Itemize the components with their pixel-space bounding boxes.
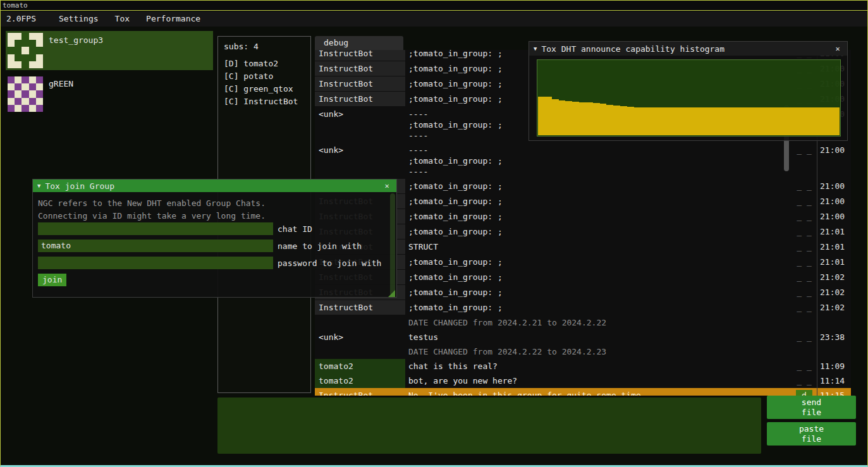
app-window: tomato 2.0FPS SettingsToxPerformance tes… [0, 0, 868, 467]
chat-id-input[interactable] [38, 222, 273, 235]
menu-item-performance[interactable]: Performance [138, 11, 209, 27]
histogram-bar [661, 107, 668, 135]
histogram-bar [634, 107, 641, 135]
date-separator-text: DATE CHANGED from 2024.2.21 to 2024.2.22 [405, 315, 792, 330]
collapse-arrow-icon[interactable]: ▼ [534, 45, 537, 52]
message-row[interactable]: tomato2bot, are you new here?_ _11:14 [315, 373, 851, 388]
subs-count: subs: 4 [224, 41, 305, 52]
histogram-plot [537, 59, 841, 136]
identicon-cell [15, 76, 21, 83]
identicon-cell [29, 76, 36, 83]
delivered-badge: d [796, 390, 812, 396]
histogram-bar [695, 107, 702, 135]
close-icon[interactable]: ✕ [382, 181, 392, 190]
identicon-cell [21, 98, 28, 105]
message-text: ;tomato_in_group: ; [405, 300, 792, 315]
join-button[interactable]: join [38, 274, 66, 286]
close-icon[interactable]: ✕ [833, 44, 843, 53]
histogram-bar [785, 107, 792, 135]
identicon-cell [21, 105, 28, 112]
message-row[interactable]: tomato2chat is this real?_ _11:09 [315, 359, 851, 373]
identicon-cell [29, 33, 36, 40]
identicon-cell [21, 83, 28, 90]
join-name-input[interactable]: tomato [38, 240, 273, 252]
identicon-cell [36, 54, 43, 61]
dht-histogram-titlebar[interactable]: ▼ Tox DHT announce capability histogram … [529, 42, 847, 56]
date-separator-row[interactable]: DATE CHANGED from 2024.2.22 to 2024.2.23 [315, 344, 851, 359]
member-item[interactable]: [C] green_qtox [224, 83, 305, 95]
join-group-titlebar[interactable]: ▼ Tox join Group ✕ [33, 179, 396, 192]
member-item[interactable]: [C] InstructBot [224, 95, 305, 108]
identicon-cell [29, 61, 36, 68]
histogram-bar [723, 107, 730, 135]
identicon-cell [8, 98, 15, 105]
message-time: 11:09 [817, 359, 851, 373]
histogram-bar [771, 107, 778, 135]
group-item-green[interactable]: gREEN [6, 75, 213, 114]
collapse-arrow-icon[interactable]: ▼ [37, 183, 40, 189]
date-separator-row[interactable]: DATE CHANGED from 2024.2.21 to 2024.2.22 [315, 315, 851, 330]
join-name-label: name to join with [278, 241, 362, 251]
message-sender: <unk> [315, 330, 405, 344]
identicon-cell [36, 61, 43, 68]
message-sender: InstructBot [315, 300, 405, 315]
histogram-bar [668, 107, 675, 135]
histogram-bar [805, 107, 812, 135]
identicon-cell [15, 98, 21, 105]
join-window-scrollbar[interactable] [390, 193, 395, 296]
histogram-bar [627, 107, 634, 135]
histogram-bar [675, 107, 682, 135]
group-item-test_group3[interactable]: test_group3 [6, 31, 213, 70]
message-input[interactable] [217, 397, 761, 454]
identicon-cell [36, 40, 43, 47]
message-time [817, 315, 851, 330]
menu-item-settings[interactable]: Settings [51, 11, 107, 27]
join-info-line2: Connecting via ID might take a very long… [38, 210, 391, 222]
histogram-bar [730, 107, 737, 135]
identicon-cell [21, 61, 28, 68]
member-list: [D] tomato2[C] potato[C] green_qtox[C] I… [224, 58, 305, 108]
histogram-bar [702, 107, 709, 135]
join-password-input[interactable] [38, 257, 273, 269]
histogram-bar [750, 107, 757, 135]
chat-id-row: chat ID [38, 222, 391, 235]
message-text: ---- ;tomato_in_group: ; ---- [405, 143, 792, 179]
message-sender: <unk> [315, 143, 405, 179]
message-text: ;tomato_in_group: ; [405, 209, 792, 224]
paste-file-button[interactable]: paste file [767, 422, 856, 446]
message-sender: InstructBot [315, 50, 405, 61]
histogram-bar [579, 102, 586, 135]
histogram-bar [778, 107, 785, 135]
histogram-bar [743, 107, 750, 135]
titlebar: tomato [1, 1, 867, 11]
message-row[interactable]: <unk>testus_ _23:38 [315, 330, 851, 344]
identicon-cell [29, 54, 36, 61]
message-time: 21:02 [817, 270, 851, 285]
message-sender: InstructBot [315, 388, 405, 396]
histogram-bar [600, 104, 607, 135]
message-status: _ _ [792, 179, 817, 194]
dht-histogram-window: ▼ Tox DHT announce capability histogram … [529, 41, 848, 141]
message-time: 21:02 [817, 300, 851, 315]
send-file-button[interactable]: send file [767, 396, 856, 419]
join-group-window: ▼ Tox join Group ✕ NGC refers to the New… [32, 179, 397, 298]
tab-debug[interactable]: debug [315, 36, 403, 50]
histogram-bar [552, 99, 559, 135]
identicon-cell [15, 33, 21, 40]
join-password-label: password to join with [278, 258, 381, 268]
member-item[interactable]: [C] potato [224, 70, 305, 83]
message-row[interactable]: <unk>---- ;tomato_in_group: ; ----_ _21:… [315, 143, 851, 179]
identicon-cell [36, 105, 43, 112]
menu-item-tox[interactable]: Tox [107, 11, 138, 27]
message-status: _ _ [792, 373, 817, 388]
message-row[interactable]: InstructBotNo, I've been in this group f… [315, 388, 851, 396]
histogram-bar [792, 107, 798, 135]
join-name-row: tomato name to join with [38, 240, 391, 252]
message-row[interactable]: InstructBot;tomato_in_group: ;_ _21:02 [315, 300, 851, 315]
join-password-row: password to join with [38, 257, 391, 269]
identicon-cell [29, 40, 36, 47]
identicon-cell [15, 105, 21, 112]
member-item[interactable]: [D] tomato2 [224, 58, 305, 70]
resize-grip-icon[interactable] [388, 290, 395, 297]
message-status: d [792, 388, 817, 396]
